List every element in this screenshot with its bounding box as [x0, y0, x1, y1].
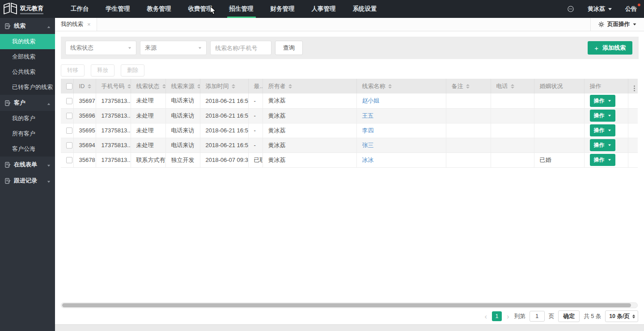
transfer-button[interactable]: 转移 — [61, 64, 85, 76]
lead-name-link[interactable]: 王五 — [362, 112, 374, 119]
nav-item-fees[interactable]: 收费管理 — [180, 0, 221, 18]
close-icon[interactable]: × — [87, 21, 91, 27]
sidebar-item-public-leads[interactable]: 公共线索 — [0, 64, 55, 80]
nav-item-admissions[interactable]: 招生管理 — [221, 0, 262, 18]
col-header-owner: 所有者 — [268, 82, 286, 90]
sidebar-item-my-customers[interactable]: 我的客户 — [0, 111, 55, 126]
row-checkbox[interactable] — [66, 157, 72, 163]
sort-icon[interactable] — [88, 84, 91, 89]
sort-icon[interactable] — [127, 84, 131, 89]
plus-icon: + — [594, 45, 598, 51]
sort-icon[interactable] — [466, 84, 470, 89]
main-content: 我的线索 × 页面操作 线索状态 来源 — [55, 18, 644, 331]
nav-item-hr[interactable]: 人事管理 — [303, 0, 344, 18]
row-checkbox[interactable] — [66, 98, 72, 104]
logo-text: 双元教育 — [20, 5, 43, 12]
sidebar-group-leads[interactable]: 线索 — [0, 18, 55, 34]
chat-icon[interactable] — [567, 5, 574, 13]
scrollbar-thumb[interactable] — [62, 303, 631, 307]
prev-page-icon[interactable]: ‹ — [483, 313, 488, 320]
lead-status-select[interactable]: 线索状态 — [65, 41, 136, 55]
sidebar-group-customers[interactable]: 客户 — [0, 95, 55, 111]
tab-my-leads[interactable]: 我的线索 × — [55, 18, 97, 31]
sidebar-item-customer-pool[interactable]: 客户公海 — [0, 141, 55, 157]
delete-button[interactable]: 删除 — [121, 64, 144, 76]
main-nav: 工作台 学生管理 教务管理 收费管理 招生管理 财务管理 人事管理 系统设置 — [62, 0, 386, 18]
sidebar-item-my-leads[interactable]: 我的线索 — [0, 34, 55, 49]
lead-name-link[interactable]: 赵小姐 — [362, 97, 380, 104]
bulk-action-bar: 转移 释放 删除 — [61, 64, 644, 76]
nav-item-students[interactable]: 学生管理 — [97, 0, 139, 18]
clue-icon — [5, 23, 11, 29]
cell-tel — [491, 123, 534, 138]
add-lead-button[interactable]: + 添加线索 — [588, 41, 632, 55]
row-action-button[interactable]: 操作 — [590, 95, 615, 107]
release-button[interactable]: 释放 — [91, 64, 114, 76]
sort-icon[interactable] — [511, 84, 514, 89]
col-header-note: 备注 — [452, 82, 463, 90]
cell-note — [446, 138, 491, 153]
announcement-link[interactable]: 公告 — [625, 5, 637, 13]
row-checkbox[interactable] — [66, 127, 72, 134]
sort-icon[interactable] — [388, 84, 392, 89]
next-page-icon[interactable]: › — [506, 313, 510, 320]
query-button[interactable]: 查询 — [275, 41, 303, 55]
notification-dot — [638, 4, 640, 6]
cell-tel — [491, 108, 534, 123]
cell-source: 电话来访 — [165, 138, 200, 153]
announcement-label: 公告 — [625, 5, 637, 12]
row-checkbox[interactable] — [66, 113, 72, 119]
source-select[interactable]: 来源 — [140, 41, 207, 55]
nav-item-academic[interactable]: 教务管理 — [139, 0, 180, 18]
nav-item-finance[interactable]: 财务管理 — [262, 0, 303, 18]
column-settings-icon[interactable] — [634, 85, 635, 91]
sort-icon[interactable] — [162, 84, 166, 89]
leads-table: ID 手机号码 线索状态 线索来源 添加时间 最... 所有者 线索名称 备注 … — [61, 79, 638, 168]
row-checkbox[interactable] — [66, 142, 72, 149]
col-header-id: ID — [79, 83, 85, 89]
caret-down-icon — [47, 178, 51, 184]
sort-icon[interactable] — [232, 84, 235, 89]
caret-down-icon — [47, 161, 51, 168]
keyword-input[interactable] — [210, 41, 271, 55]
caret-down-icon — [608, 130, 611, 132]
sidebar-group-follow-up[interactable]: 跟进记录 — [0, 173, 55, 189]
row-action-button[interactable]: 操作 — [590, 139, 615, 151]
sidebar-item-converted-leads[interactable]: 已转客户的线索 — [0, 80, 55, 95]
cell-source: 电话来访 — [165, 108, 200, 123]
caret-down-icon — [608, 115, 611, 117]
sort-icon[interactable] — [288, 84, 292, 89]
cell-last-contact: - — [248, 108, 263, 123]
sidebar-item-all-customers[interactable]: 所有客户 — [0, 126, 55, 141]
current-page-button[interactable]: 1 — [492, 311, 502, 321]
row-action-button[interactable]: 操作 — [590, 154, 615, 166]
spinner-icon — [632, 314, 635, 318]
confirm-button[interactable]: 确定 — [558, 310, 580, 322]
sidebar-group-online-forms[interactable]: 在线表单 — [0, 157, 55, 173]
cell-last-contact: - — [248, 123, 263, 138]
row-action-button[interactable]: 操作 — [590, 110, 615, 122]
page-operations-button[interactable]: 页面操作 — [590, 18, 644, 31]
user-menu[interactable]: 黄冰荔 — [588, 5, 612, 13]
app-logo[interactable]: 双元教育 — [0, 0, 55, 18]
sort-icon[interactable] — [197, 84, 200, 89]
page-operations-label: 页面操作 — [607, 21, 630, 28]
nav-item-settings[interactable]: 系统设置 — [344, 0, 386, 18]
page-size-select[interactable]: 10 条/页 — [605, 310, 638, 322]
caret-up-icon — [47, 23, 51, 30]
row-action-button[interactable]: 操作 — [590, 124, 615, 136]
cell-time: 2018-06-21 16:52 — [200, 138, 248, 153]
sidebar-group-label: 客户 — [14, 99, 25, 107]
horizontal-scrollbar[interactable] — [61, 302, 638, 308]
goto-page-input[interactable] — [530, 311, 545, 322]
select-all-checkbox[interactable] — [66, 83, 72, 89]
cell-id: 35678 — [73, 153, 96, 167]
lead-name-link[interactable]: 李四 — [362, 127, 374, 134]
cell-phone: 17375813... — [96, 153, 131, 167]
sidebar-item-all-leads[interactable]: 全部线索 — [0, 49, 55, 64]
lead-status-placeholder: 线索状态 — [70, 44, 93, 52]
cell-tel — [491, 93, 534, 108]
lead-name-link[interactable]: 冰冰 — [362, 157, 374, 163]
lead-name-link[interactable]: 张三 — [362, 142, 374, 149]
nav-item-workbench[interactable]: 工作台 — [62, 0, 97, 18]
